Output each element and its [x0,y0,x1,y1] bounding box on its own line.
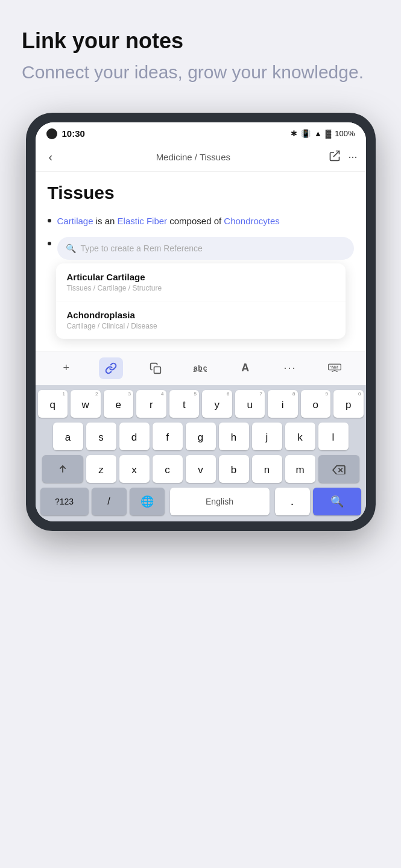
dropdown-item-2-path: Cartilage / Clinical / Disease [67,322,335,330]
search-button[interactable]: 🔍 [313,488,361,515]
period-button[interactable]: . [275,488,310,515]
slash-button[interactable]: / [92,488,127,515]
svg-rect-2 [329,364,341,370]
key-n[interactable]: n [252,455,282,483]
dropdown-results: Articular Cartilage Tissues / Cartilage … [56,263,346,339]
rem-reference-input[interactable]: 🔍 Type to create a Rem Reference [57,237,354,260]
key-g[interactable]: g [186,423,216,450]
page-subtitle: Connect your ideas, grow your knowledge. [22,60,379,84]
key-r[interactable]: 4r [136,390,166,418]
phone-screen: 10:30 ✱ 📳 ▲ ▓ 100% ‹ Medicine / Tissues [36,122,366,521]
key-k[interactable]: k [285,423,315,450]
key-b[interactable]: b [219,455,249,483]
camera-dot [46,128,57,139]
search-icon: 🔍 [66,242,76,255]
dropdown-item-1-title: Articular Cartilage [67,272,335,282]
battery-percent: 100% [335,129,355,138]
vibrate-icon: 📳 [301,129,311,138]
key-x[interactable]: x [119,455,150,483]
chondrocytes-link[interactable]: Chondrocytes [224,216,280,226]
elastic-fiber-link[interactable]: Elastic Fiber [118,216,168,226]
key-d[interactable]: d [119,423,150,450]
more-toolbar-button[interactable]: ··· [278,357,302,379]
key-m[interactable]: m [285,455,315,483]
bullet-dot-1 [48,219,51,222]
back-button[interactable]: ‹ [44,148,58,166]
dropdown-item-2-title: Achondroplasia [67,310,335,320]
font-label: A [241,362,249,374]
dropdown-item-2[interactable]: Achondroplasia Cartilage / Clinical / Di… [56,301,346,339]
key-y[interactable]: 6y [202,390,232,418]
search-placeholder: Type to create a Rem Reference [81,242,203,255]
abc-button[interactable]: abc [188,357,212,379]
svg-rect-1 [154,366,161,373]
key-l[interactable]: l [318,423,349,450]
page-title: Link your notes [22,29,379,53]
note-title: Tissues [48,183,354,203]
dropdown-item-1[interactable]: Articular Cartilage Tissues / Cartilage … [56,263,346,301]
keyboard-row-1: 1q 2w 3e 4r 5t 6y 7u 8i 9o 0p [38,390,364,418]
keyboard: 1q 2w 3e 4r 5t 6y 7u 8i 9o 0p a s d f g … [36,385,366,521]
cartilage-link[interactable]: Cartilage [57,216,93,226]
key-v[interactable]: v [186,455,216,483]
font-button[interactable]: A [233,357,257,379]
note-body: Cartilage is an Elastic Fiber composed o… [48,214,354,260]
status-bar: 10:30 ✱ 📳 ▲ ▓ 100% [36,122,366,143]
bullet-item-2: 🔍 Type to create a Rem Reference [48,237,354,260]
bullet-item-1: Cartilage is an Elastic Fiber composed o… [48,214,354,228]
globe-button[interactable]: 🌐 [130,488,165,515]
page-header: Link your notes Connect your ideas, grow… [0,0,401,101]
add-button[interactable]: + [54,357,78,379]
sym-button[interactable]: ?123 [40,488,89,515]
svg-line-0 [334,151,339,156]
bluetooth-icon: ✱ [291,129,297,138]
key-j[interactable]: j [252,423,282,450]
status-right: ✱ 📳 ▲ ▓ 100% [291,129,355,138]
bullet-dot-2 [48,242,51,245]
key-z[interactable]: z [86,455,116,483]
key-u[interactable]: 7u [235,390,265,418]
battery-icon: ▓ [326,129,331,138]
key-w[interactable]: 2w [71,390,101,418]
link-button[interactable] [99,357,123,379]
key-s[interactable]: s [86,423,116,450]
key-o[interactable]: 9o [301,390,331,418]
bullet-text-1: Cartilage is an Elastic Fiber composed o… [57,214,280,228]
abc-label: abc [194,364,208,373]
dropdown-item-1-path: Tissues / Cartilage / Structure [67,284,335,292]
key-p[interactable]: 0p [333,390,364,418]
more-button[interactable]: ··· [348,151,357,163]
more-toolbar-label: ··· [284,362,297,374]
key-e[interactable]: 3e [104,390,134,418]
keyboard-bottom-row: ?123 / 🌐 English . 🔍 [38,488,364,515]
key-f[interactable]: f [153,423,183,450]
status-left: 10:30 [46,128,85,139]
key-c[interactable]: c [153,455,183,483]
share-button[interactable] [329,149,341,165]
nav-actions: ··· [329,149,357,165]
backspace-button[interactable] [318,455,359,483]
note-content: Tissues Cartilage is an Elastic Fiber co… [36,172,366,351]
keyboard-button[interactable] [323,357,347,379]
space-button[interactable]: English [170,488,270,515]
key-q[interactable]: 1q [38,390,68,418]
breadcrumb: Medicine / Tissues [62,152,324,162]
key-a[interactable]: a [53,423,83,450]
phone-mockup: 10:30 ✱ 📳 ▲ ▓ 100% ‹ Medicine / Tissues [26,113,376,531]
shift-button[interactable] [42,455,83,483]
toolbar: + abc A ··· [36,351,366,385]
keyboard-row-2: a s d f g h j k l [38,423,364,450]
copy-button[interactable] [144,357,168,379]
signal-icon: ▲ [314,129,322,138]
status-time: 10:30 [62,128,85,139]
key-h[interactable]: h [219,423,249,450]
key-t[interactable]: 5t [169,390,200,418]
keyboard-row-3: z x c v b n m [38,455,364,483]
key-i[interactable]: 8i [268,390,298,418]
nav-bar: ‹ Medicine / Tissues ··· [36,143,366,172]
